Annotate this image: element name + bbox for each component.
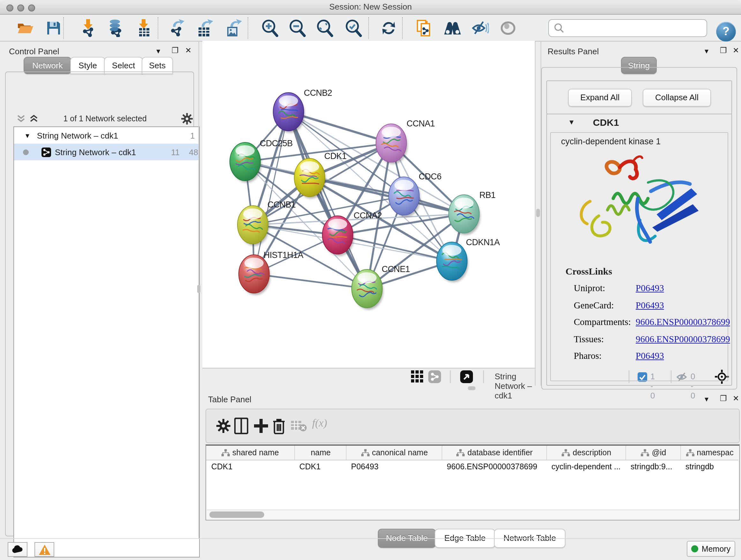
export-network-button[interactable]	[168, 18, 187, 38]
node-CDKN1A[interactable]: CDKN1A	[436, 238, 500, 282]
search-input[interactable]	[567, 23, 706, 34]
cell-shared-name: CDK1	[206, 460, 294, 474]
crosslink-link[interactable]: 9606.ENSP00000378699	[636, 317, 730, 327]
table-import-icon	[137, 19, 152, 37]
node-CCNE1[interactable]: CCNE1	[352, 264, 410, 310]
node-CDC6[interactable]: CDC6	[389, 172, 441, 217]
collapse-panel-icon[interactable]: ▾	[704, 395, 709, 403]
close-panel-icon[interactable]: ✕	[733, 394, 739, 403]
column-header-name[interactable]: name	[294, 446, 347, 460]
cloud-button[interactable]	[8, 542, 27, 557]
horizontal-scrollbar[interactable]	[207, 509, 738, 519]
export-image-button[interactable]	[224, 18, 243, 38]
float-panel-icon[interactable]: ❐	[720, 46, 727, 55]
gene-symbol: CDK1	[593, 117, 619, 128]
export-table-button[interactable]	[195, 18, 214, 38]
refresh-icon	[381, 20, 397, 37]
cloud-icon	[11, 545, 23, 554]
crosslink-row: Pharos:P06493	[551, 349, 728, 366]
open-in-window-icon[interactable]	[460, 370, 473, 383]
network-overview-icon[interactable]	[428, 370, 441, 383]
network-graph: CCNB2CCNA1CDC25BCDK1CDC6RB1CCNB1CCNA2CDK…	[202, 41, 535, 368]
node-RB1[interactable]: RB1	[449, 190, 495, 235]
float-panel-icon[interactable]: ❐	[172, 46, 179, 55]
close-panel-icon[interactable]: ✕	[733, 46, 739, 55]
cell-canonical-name: P06493	[346, 460, 442, 474]
network-options-gear-icon[interactable]	[181, 113, 193, 125]
crosslink-label: GeneCard:	[574, 300, 614, 311]
column-header-shared-name[interactable]: shared name	[206, 446, 294, 460]
delete-column-icon[interactable]	[273, 418, 285, 434]
hide-selected-button[interactable]	[470, 18, 489, 38]
node-label-CDKN1A: CDKN1A	[466, 238, 500, 247]
function-builder-icon[interactable]: f(x)	[312, 417, 327, 430]
clone-network-button[interactable]	[414, 18, 433, 38]
node-CDC25B[interactable]: CDC25B	[230, 138, 293, 183]
refresh-view-button[interactable]	[379, 18, 398, 38]
column-header--id[interactable]: @id	[625, 446, 681, 460]
entry-collapse-icon[interactable]: ▼	[568, 118, 575, 126]
right-splitter-handle[interactable]	[536, 209, 540, 217]
add-column-icon[interactable]	[253, 418, 269, 434]
warnings-button[interactable]	[35, 542, 54, 557]
eye-slash-icon	[471, 20, 489, 37]
collapse-all-button[interactable]: Collapse All	[643, 89, 711, 107]
close-panel-icon[interactable]: ✕	[185, 46, 192, 55]
right-splitter[interactable]	[535, 41, 536, 386]
show-all-button[interactable]	[498, 18, 518, 38]
delete-table-icon[interactable]	[290, 420, 307, 432]
import-network-from-file-button[interactable]	[78, 18, 98, 38]
column-header-description[interactable]: description	[546, 446, 626, 460]
expand-all-button[interactable]: Expand All	[568, 89, 632, 107]
network-row-selected[interactable]: String Network – cdk1 11 48	[14, 144, 199, 160]
search-field-container	[548, 19, 707, 37]
first-neighbors-button[interactable]	[443, 18, 462, 38]
scrollbar-thumb[interactable]	[209, 511, 264, 518]
tree-expand-icon[interactable]: ▼	[24, 132, 30, 139]
zoom-out-icon	[288, 19, 307, 37]
show-columns-icon[interactable]	[234, 418, 248, 434]
column-scope-icon	[221, 449, 230, 456]
crosslink-link[interactable]: 9606.ENSP00000378699	[636, 334, 730, 345]
toolbar-separator	[63, 17, 64, 39]
node-table[interactable]: shared namenamecanonical namedatabase id…	[205, 444, 740, 520]
save-session-button[interactable]	[44, 18, 63, 38]
network-view-toolbar: String Network – cdk1 1 - 0 0 - 0	[202, 368, 535, 385]
horizontal-splitter-handle[interactable]	[468, 386, 475, 390]
zoom-in-button[interactable]	[260, 18, 280, 38]
zoom-selected-button[interactable]	[344, 18, 363, 38]
memory-status-dot	[691, 545, 698, 552]
open-session-button[interactable]	[16, 18, 35, 38]
crosslink-link[interactable]: P06493	[636, 300, 664, 311]
import-network-from-database-button[interactable]	[106, 18, 125, 38]
network-canvas[interactable]: CCNB2CCNA1CDC25BCDK1CDC6RB1CCNB1CCNA2CDK…	[202, 41, 535, 368]
zoom-out-button[interactable]	[288, 18, 307, 38]
collapse-panel-icon[interactable]: ▾	[156, 47, 160, 56]
left-splitter-handle[interactable]	[197, 285, 200, 293]
cell-database-identifier: 9606.ENSP00000378699	[442, 460, 546, 474]
zoom-fit-button[interactable]	[315, 18, 334, 38]
crosslink-link[interactable]: P06493	[636, 351, 664, 361]
zoom-fit-icon	[316, 19, 334, 37]
column-header-canonical-name[interactable]: canonical name	[346, 446, 442, 460]
network-selection-row: 1 of 1 Network selected	[11, 112, 199, 126]
node-CCNB2[interactable]: CCNB2	[273, 88, 332, 133]
column-header-namespac[interactable]: namespac	[680, 446, 738, 460]
image-export-icon	[225, 19, 242, 37]
crosslink-link[interactable]: P06493	[636, 283, 664, 294]
memory-button[interactable]: Memory	[687, 541, 735, 557]
table-settings-gear-icon[interactable]	[216, 419, 230, 433]
import-table-from-file-button[interactable]	[135, 18, 154, 38]
node-HIST1H1A[interactable]: HIST1H1A	[239, 250, 304, 295]
network-collection-label: String Network – cdk1	[37, 131, 118, 140]
network-group-box: 1 of 1 Network selected ▼ String Network…	[5, 71, 194, 537]
window-title: Session: New Session	[0, 2, 741, 11]
column-header-database-identifier[interactable]: database identifier	[442, 446, 547, 460]
network-collection-row[interactable]: ▼ String Network – cdk1 1	[14, 127, 199, 144]
table-panel-title: Table Panel	[208, 395, 252, 404]
float-panel-icon[interactable]: ❐	[720, 394, 727, 403]
help-button[interactable]: ?	[716, 22, 736, 42]
grid-view-icon[interactable]	[411, 370, 423, 382]
collapse-panel-icon[interactable]: ▾	[704, 47, 709, 56]
warning-icon	[39, 544, 50, 555]
